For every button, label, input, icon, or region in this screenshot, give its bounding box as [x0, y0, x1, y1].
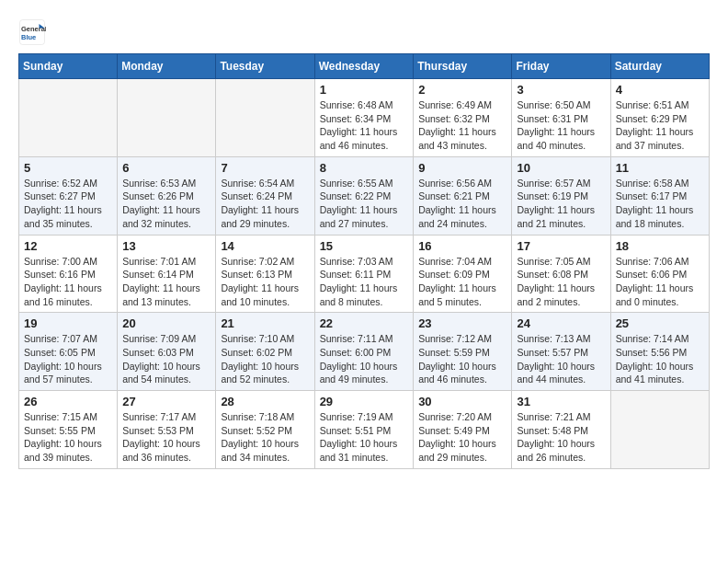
day-number: 9: [418, 161, 506, 175]
day-number: 1: [320, 83, 409, 97]
day-number: 4: [616, 83, 704, 97]
day-number: 19: [24, 316, 112, 330]
day-number: 14: [221, 239, 309, 253]
day-info: Sunrise: 7:05 AM Sunset: 6:08 PM Dayligh…: [517, 255, 605, 309]
header-day: Monday: [118, 54, 216, 79]
day-info: Sunrise: 7:10 AM Sunset: 6:02 PM Dayligh…: [221, 332, 309, 386]
day-info: Sunrise: 7:01 AM Sunset: 6:14 PM Dayligh…: [122, 255, 210, 309]
calendar-cell: 14Sunrise: 7:02 AM Sunset: 6:13 PM Dayli…: [216, 235, 314, 313]
day-info: Sunrise: 7:03 AM Sunset: 6:11 PM Dayligh…: [320, 255, 409, 309]
calendar-week-row: 5Sunrise: 6:52 AM Sunset: 6:27 PM Daylig…: [19, 156, 710, 235]
day-number: 27: [122, 395, 210, 408]
day-info: Sunrise: 6:58 AM Sunset: 6:17 PM Dayligh…: [616, 177, 704, 231]
day-number: 7: [221, 161, 309, 175]
calendar-week-row: 1Sunrise: 6:48 AM Sunset: 6:34 PM Daylig…: [19, 79, 710, 157]
header-day: Tuesday: [216, 54, 314, 79]
day-number: 11: [616, 161, 704, 175]
calendar-cell: 28Sunrise: 7:18 AM Sunset: 5:52 PM Dayli…: [216, 391, 314, 469]
header-day: Friday: [512, 54, 610, 79]
day-number: 16: [418, 239, 506, 253]
calendar-cell: 26Sunrise: 7:15 AM Sunset: 5:55 PM Dayli…: [19, 391, 118, 469]
svg-text:Blue: Blue: [21, 33, 36, 41]
day-info: Sunrise: 7:13 AM Sunset: 5:57 PM Dayligh…: [517, 332, 605, 386]
calendar-cell: 6Sunrise: 6:53 AM Sunset: 6:26 PM Daylig…: [118, 156, 216, 235]
day-number: 15: [320, 239, 409, 253]
day-info: Sunrise: 7:14 AM Sunset: 5:56 PM Dayligh…: [616, 332, 704, 386]
day-info: Sunrise: 7:12 AM Sunset: 5:59 PM Dayligh…: [418, 332, 506, 386]
day-number: 23: [418, 316, 506, 330]
calendar-cell: 15Sunrise: 7:03 AM Sunset: 6:11 PM Dayli…: [314, 235, 414, 313]
calendar-cell: 22Sunrise: 7:11 AM Sunset: 6:00 PM Dayli…: [314, 313, 414, 391]
day-info: Sunrise: 7:18 AM Sunset: 5:52 PM Dayligh…: [221, 410, 309, 465]
calendar-cell: 18Sunrise: 7:06 AM Sunset: 6:06 PM Dayli…: [610, 235, 709, 313]
day-number: 28: [221, 395, 309, 408]
day-number: 10: [517, 161, 605, 175]
day-info: Sunrise: 6:57 AM Sunset: 6:19 PM Dayligh…: [517, 177, 605, 231]
day-info: Sunrise: 6:54 AM Sunset: 6:24 PM Dayligh…: [221, 177, 309, 231]
day-number: 21: [221, 316, 309, 330]
calendar-cell: [216, 79, 314, 157]
logo: General Blue: [18, 18, 46, 46]
calendar-week-row: 12Sunrise: 7:00 AM Sunset: 6:16 PM Dayli…: [19, 235, 710, 313]
day-info: Sunrise: 7:15 AM Sunset: 5:55 PM Dayligh…: [24, 410, 112, 465]
calendar-cell: 2Sunrise: 6:49 AM Sunset: 6:32 PM Daylig…: [414, 79, 512, 157]
calendar-cell: 7Sunrise: 6:54 AM Sunset: 6:24 PM Daylig…: [216, 156, 314, 235]
day-number: 20: [122, 316, 210, 330]
calendar-cell: 3Sunrise: 6:50 AM Sunset: 6:31 PM Daylig…: [512, 79, 610, 157]
header-day: Sunday: [19, 54, 118, 79]
calendar-cell: 12Sunrise: 7:00 AM Sunset: 6:16 PM Dayli…: [19, 235, 118, 313]
day-info: Sunrise: 7:09 AM Sunset: 6:03 PM Dayligh…: [122, 332, 210, 386]
calendar-cell: 11Sunrise: 6:58 AM Sunset: 6:17 PM Dayli…: [610, 156, 709, 235]
header-day: Saturday: [610, 54, 709, 79]
day-info: Sunrise: 6:55 AM Sunset: 6:22 PM Dayligh…: [320, 177, 409, 231]
day-number: 22: [320, 316, 409, 330]
day-number: 31: [517, 395, 605, 408]
day-info: Sunrise: 7:02 AM Sunset: 6:13 PM Dayligh…: [221, 255, 309, 309]
calendar: SundayMondayTuesdayWednesdayThursdayFrid…: [18, 53, 710, 469]
day-info: Sunrise: 6:48 AM Sunset: 6:34 PM Dayligh…: [320, 98, 409, 153]
day-number: 17: [517, 239, 605, 253]
calendar-cell: 13Sunrise: 7:01 AM Sunset: 6:14 PM Dayli…: [118, 235, 216, 313]
calendar-cell: 17Sunrise: 7:05 AM Sunset: 6:08 PM Dayli…: [512, 235, 610, 313]
day-number: 24: [517, 316, 605, 330]
logo-icon: General Blue: [18, 18, 46, 46]
day-info: Sunrise: 7:20 AM Sunset: 5:49 PM Dayligh…: [418, 410, 506, 465]
calendar-cell: 29Sunrise: 7:19 AM Sunset: 5:51 PM Dayli…: [314, 391, 414, 469]
calendar-week-row: 19Sunrise: 7:07 AM Sunset: 6:05 PM Dayli…: [19, 313, 710, 391]
day-number: 8: [320, 161, 409, 175]
day-number: 5: [24, 161, 112, 175]
day-info: Sunrise: 7:06 AM Sunset: 6:06 PM Dayligh…: [616, 255, 704, 309]
svg-text:General: General: [21, 25, 46, 33]
day-number: 18: [616, 239, 704, 253]
calendar-cell: [118, 79, 216, 157]
calendar-cell: 10Sunrise: 6:57 AM Sunset: 6:19 PM Dayli…: [512, 156, 610, 235]
calendar-cell: 19Sunrise: 7:07 AM Sunset: 6:05 PM Dayli…: [19, 313, 118, 391]
day-number: 29: [320, 395, 409, 408]
calendar-cell: 24Sunrise: 7:13 AM Sunset: 5:57 PM Dayli…: [512, 313, 610, 391]
calendar-cell: 9Sunrise: 6:56 AM Sunset: 6:21 PM Daylig…: [414, 156, 512, 235]
calendar-cell: 8Sunrise: 6:55 AM Sunset: 6:22 PM Daylig…: [314, 156, 414, 235]
day-info: Sunrise: 7:07 AM Sunset: 6:05 PM Dayligh…: [24, 332, 112, 386]
calendar-cell: 4Sunrise: 6:51 AM Sunset: 6:29 PM Daylig…: [610, 79, 709, 157]
day-info: Sunrise: 6:51 AM Sunset: 6:29 PM Dayligh…: [616, 98, 704, 153]
calendar-cell: 30Sunrise: 7:20 AM Sunset: 5:49 PM Dayli…: [414, 391, 512, 469]
calendar-cell: [610, 391, 709, 469]
day-info: Sunrise: 6:52 AM Sunset: 6:27 PM Dayligh…: [24, 177, 112, 231]
calendar-cell: 21Sunrise: 7:10 AM Sunset: 6:02 PM Dayli…: [216, 313, 314, 391]
calendar-cell: 5Sunrise: 6:52 AM Sunset: 6:27 PM Daylig…: [19, 156, 118, 235]
calendar-cell: 31Sunrise: 7:21 AM Sunset: 5:48 PM Dayli…: [512, 391, 610, 469]
calendar-week-row: 26Sunrise: 7:15 AM Sunset: 5:55 PM Dayli…: [19, 391, 710, 469]
day-info: Sunrise: 6:50 AM Sunset: 6:31 PM Dayligh…: [517, 98, 605, 153]
calendar-cell: [19, 79, 118, 157]
day-info: Sunrise: 7:00 AM Sunset: 6:16 PM Dayligh…: [24, 255, 112, 309]
day-number: 2: [418, 83, 506, 97]
calendar-cell: 25Sunrise: 7:14 AM Sunset: 5:56 PM Dayli…: [610, 313, 709, 391]
calendar-cell: 23Sunrise: 7:12 AM Sunset: 5:59 PM Dayli…: [414, 313, 512, 391]
day-number: 25: [616, 316, 704, 330]
day-info: Sunrise: 6:53 AM Sunset: 6:26 PM Dayligh…: [122, 177, 210, 231]
header-day: Wednesday: [314, 54, 414, 79]
calendar-cell: 20Sunrise: 7:09 AM Sunset: 6:03 PM Dayli…: [118, 313, 216, 391]
day-number: 30: [418, 395, 506, 408]
header-row: SundayMondayTuesdayWednesdayThursdayFrid…: [19, 54, 710, 79]
day-number: 3: [517, 83, 605, 97]
